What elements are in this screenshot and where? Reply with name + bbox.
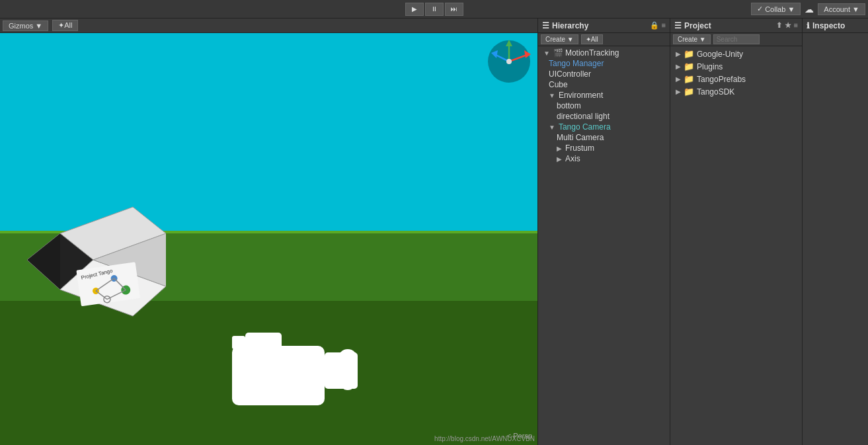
project-upload-icon[interactable]: ⬆ — [776, 21, 782, 30]
camera-icon — [225, 313, 371, 419]
hierarchy-item-bottom[interactable]: bottom — [538, 101, 670, 111]
project-content: ▶ 📁 Google-Unity ▶ 📁 Plugins ▶ 📁 TangoPr… — [670, 46, 802, 445]
project-search-input[interactable] — [713, 34, 760, 44]
hierarchy-item-environment[interactable]: ▼ Environment — [538, 90, 670, 101]
scene-toolbar: Gizmos ▼ ✦All — [0, 19, 537, 33]
project-create-button[interactable]: Create ▼ — [673, 34, 711, 44]
inspector-content — [803, 33, 868, 445]
svg-point-21 — [340, 374, 356, 390]
hierarchy-create-button[interactable]: Create ▼ — [541, 34, 578, 44]
project-item-tangoprefabs[interactable]: ▶ 📁 TangoPrefabs — [670, 73, 802, 85]
project-item-google-unity[interactable]: ▶ 📁 Google-Unity — [670, 48, 802, 60]
hierarchy-item-axis[interactable]: ▶ Axis — [538, 153, 670, 164]
svg-rect-17 — [245, 333, 282, 349]
lock-icon[interactable]: 🔒 — [650, 21, 659, 30]
cube-object: Project Tango — [27, 194, 166, 326]
inspector-icon: ℹ — [807, 21, 810, 30]
hierarchy-item-cube[interactable]: Cube — [538, 79, 670, 90]
step-button[interactable]: ⏭ — [445, 3, 463, 16]
hierarchy-item-multicamera[interactable]: Multi Camera — [538, 132, 670, 143]
project-panel: ☰ Project ⬆ ★ ≡ Create ▼ ▶ 📁 Google-Unit… — [670, 19, 802, 445]
project-title: Project — [684, 21, 711, 30]
hierarchy-toolbar: Create ▼ ✦All — [538, 33, 670, 46]
hierarchy-item-uicontroller[interactable]: UIController — [538, 69, 670, 79]
gizmos-button[interactable]: Gizmos ▼ — [3, 20, 48, 31]
scene-panel: Gizmos ▼ ✦All — [0, 19, 537, 445]
project-item-tangosdk[interactable]: ▶ 📁 TangoSDK — [670, 85, 802, 98]
pause-button[interactable]: ⏸ — [425, 3, 444, 16]
svg-marker-14 — [27, 233, 60, 290]
project-icon: ☰ — [674, 21, 682, 30]
arrow-frustum: ▶ — [557, 145, 562, 152]
hierarchy-icon: ☰ — [542, 21, 549, 30]
hierarchy-menu-icon[interactable]: ≡ — [662, 21, 666, 30]
svg-point-29 — [506, 59, 512, 64]
project-toolbar: Create ▼ — [670, 33, 802, 46]
hierarchy-panel: ☰ Hierarchy 🔒 ≡ Create ▼ ✦All ▼ 🎬 Motion… — [537, 19, 670, 445]
svg-point-16 — [255, 352, 301, 399]
arrow-axis: ▶ — [557, 155, 562, 163]
all-button[interactable]: ✦All — [52, 20, 78, 31]
inspector-title: Inspecto — [812, 21, 845, 30]
inspector-header: ℹ Inspecto — [803, 19, 868, 33]
account-button[interactable]: Account ▼ — [818, 3, 865, 15]
checkmark-icon: ✓ — [757, 5, 763, 13]
hierarchy-content: ▼ 🎬 MotionTracking Tango Manager UIContr… — [538, 46, 670, 445]
scene-icon: 🎬 — [553, 48, 563, 58]
project-item-plugins[interactable]: ▶ 📁 Plugins — [670, 60, 802, 73]
hierarchy-title: Hierarchy — [552, 21, 588, 30]
svg-point-20 — [338, 349, 358, 369]
arrow-tangocamera: ▼ — [549, 124, 555, 131]
hierarchy-item-directionallight[interactable]: directional light — [538, 111, 670, 122]
scene-gizmo — [486, 38, 532, 85]
scene-view[interactable]: Project Tango — [0, 33, 537, 445]
project-header: ☰ Project ⬆ ★ ≡ — [670, 19, 802, 33]
arrow-environment: ▼ — [549, 92, 555, 99]
main-layout: Gizmos ▼ ✦All — [0, 19, 868, 445]
watermark: http://blog.csdn.net/AWNUXCVBN — [434, 435, 535, 442]
top-right-controls: ✓ Collab ▼ ☁ Account ▼ — [751, 3, 865, 15]
hierarchy-item-tangocamera[interactable]: ▼ Tango Camera — [538, 122, 670, 132]
hierarchy-search-button[interactable]: ✦All — [581, 34, 603, 44]
project-bookmark-icon[interactable]: ★ — [785, 21, 791, 30]
inspector-panel: ℹ Inspecto — [802, 19, 868, 445]
hierarchy-header: ☰ Hierarchy 🔒 ≡ — [538, 19, 670, 33]
playback-controls: ▶ ⏸ ⏭ — [405, 3, 463, 16]
hierarchy-item-frustum[interactable]: ▶ Frustum — [538, 143, 670, 153]
topbar: ▶ ⏸ ⏭ ✓ Collab ▼ ☁ Account ▼ — [0, 0, 868, 19]
play-button[interactable]: ▶ — [405, 3, 424, 16]
right-panels: ☰ Hierarchy 🔒 ≡ Create ▼ ✦All ▼ 🎬 Motion… — [537, 19, 868, 445]
arrow-motiontracking: ▼ — [543, 50, 550, 57]
cloud-icon[interactable]: ☁ — [805, 4, 814, 15]
svg-rect-18 — [232, 336, 245, 349]
hierarchy-item-motiontracking[interactable]: ▼ 🎬 MotionTracking — [538, 48, 670, 58]
collab-button[interactable]: ✓ Collab ▼ — [751, 3, 801, 15]
hierarchy-item-tangomanager[interactable]: Tango Manager — [538, 58, 670, 69]
project-menu-icon[interactable]: ≡ — [794, 21, 798, 30]
